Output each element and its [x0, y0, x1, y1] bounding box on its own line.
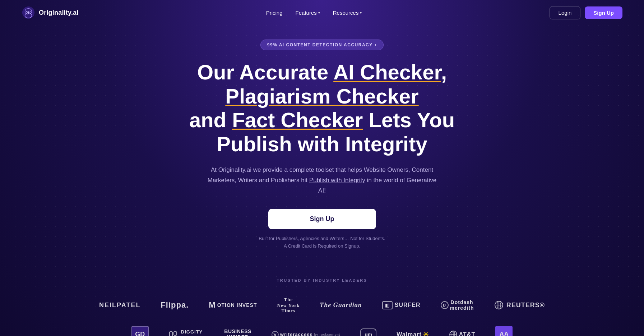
- nav-pricing[interactable]: Pricing: [261, 7, 288, 19]
- signup-nav-button[interactable]: Sign Up: [585, 6, 622, 19]
- logo-businessinsider: BUSINESSINSIDER: [214, 325, 261, 336]
- publish-integrity-link[interactable]: Publish with Integrity: [309, 177, 365, 184]
- trusted-section: TRUSTED BY INDUSTRY LEADERS NEILPATEL Fl…: [0, 278, 644, 336]
- logo[interactable]: Originality.ai: [22, 6, 79, 19]
- logos-row-1: NEILPATEL Flippa. M OTION INVEST TheNew …: [125, 293, 520, 318]
- hero-title: Our Accurate AI Checker, Plagiarism Chec…: [152, 60, 493, 156]
- reuters-icon: [494, 300, 504, 310]
- hero-ai-checker-link[interactable]: AI Checker: [333, 60, 441, 84]
- signup-hero-button[interactable]: Sign Up: [268, 209, 376, 229]
- hero-subtitle: At Originality.ai we provide a complete …: [207, 165, 437, 196]
- diggity-icon: [169, 330, 177, 336]
- nav-features[interactable]: Features ▾: [291, 7, 325, 19]
- logo-motioninvest: M OTION INVEST: [199, 296, 267, 314]
- hero-plagiarism-link[interactable]: Plagiarism Checker: [225, 84, 418, 108]
- hero-section: 99% AI CONTENT DETECTION ACCURACY › Our …: [0, 25, 644, 278]
- hero-title-plain: Our Accurate: [197, 60, 333, 84]
- nav-links: Pricing Features ▾ Resources ▾: [261, 7, 367, 19]
- logo-gd: GD: [121, 322, 159, 336]
- logos-row-2: GD DIGGITYMARKETING BUSINESSINSIDER: [125, 322, 520, 336]
- accuracy-badge-text: 99% AI CONTENT DETECTION ACCURACY: [267, 42, 373, 47]
- logo-gm: gm: [350, 324, 386, 336]
- hero-note-line2: A Credit Card is Required on Signup.: [259, 243, 385, 250]
- logo-text: Originality.ai: [39, 9, 79, 17]
- logo-flippa: Flippa.: [150, 296, 199, 314]
- hero-note-line1: Built for Publishers, Agencies and Write…: [259, 235, 385, 243]
- logo-neilpatel: NEILPATEL: [89, 297, 150, 313]
- writeraccess-icon: w: [272, 331, 279, 336]
- walmart-spark-icon: ✳: [423, 331, 429, 336]
- nav-pricing-label: Pricing: [266, 10, 283, 16]
- logo-writeraccess: w writeraccessby rockcontent: [261, 327, 350, 336]
- svg-rect-6: [170, 332, 172, 336]
- login-button[interactable]: Login: [550, 6, 581, 19]
- nav-features-label: Features: [296, 10, 317, 16]
- logo-walmart: Walmart ✳: [386, 326, 439, 336]
- svg-rect-7: [174, 332, 177, 335]
- hero-and: and: [189, 108, 232, 132]
- logo-reuters: REUTERS®: [484, 296, 555, 314]
- hero-comma: ,: [441, 60, 447, 84]
- trusted-label: TRUSTED BY INDUSTRY LEADERS: [14, 278, 630, 282]
- nav-actions: Login Sign Up: [550, 6, 622, 19]
- nav-resources-label: Resources: [333, 10, 359, 16]
- surfer-icon: ◧: [382, 301, 393, 309]
- logo-att: AT&T: [439, 326, 485, 336]
- hero-note: Built for Publishers, Agencies and Write…: [259, 235, 385, 250]
- dotdash-icon: D: [441, 301, 449, 309]
- accuracy-badge-arrow: ›: [375, 42, 377, 47]
- logo-dotdash: D Dotdashmeredith: [431, 295, 484, 315]
- features-chevron-icon: ▾: [318, 11, 320, 15]
- logo-icon: [22, 6, 35, 19]
- logo-diggity: DIGGITYMARKETING: [159, 325, 214, 336]
- logo-guardian: The Guardian: [310, 297, 372, 313]
- resources-chevron-icon: ▾: [360, 11, 362, 15]
- logos-grid: NEILPATEL Flippa. M OTION INVEST TheNew …: [125, 293, 520, 336]
- logo-aa: AA: [485, 322, 523, 336]
- nav-resources[interactable]: Resources ▾: [328, 7, 367, 19]
- hero-fact-checker-link[interactable]: Fact Checker: [232, 108, 363, 132]
- navbar: Originality.ai Pricing Features ▾ Resour…: [0, 0, 644, 25]
- logo-surfer: ◧ SURFER: [372, 297, 431, 314]
- accuracy-badge[interactable]: 99% AI CONTENT DETECTION ACCURACY ›: [260, 40, 384, 50]
- logo-nyt: TheNew YorkTimes: [267, 293, 310, 318]
- att-globe-icon: [449, 330, 458, 336]
